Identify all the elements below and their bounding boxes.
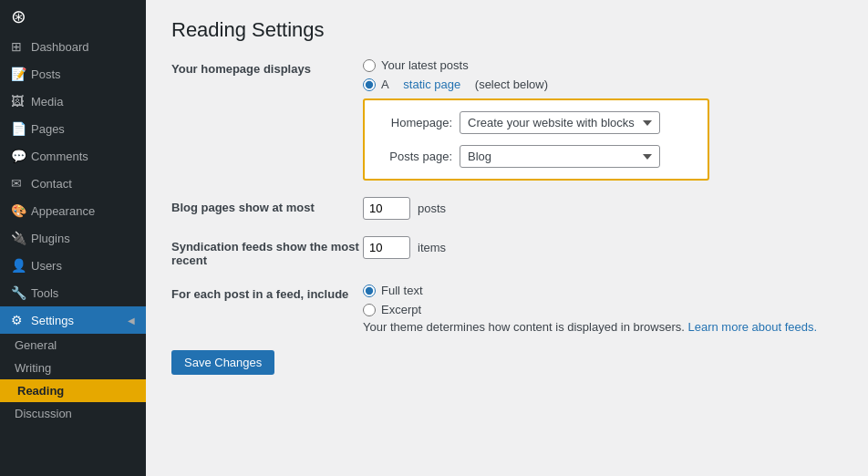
radio-latest-label: Your latest posts xyxy=(381,58,469,72)
radio-excerpt[interactable]: Excerpt xyxy=(363,303,842,316)
sidebar-label-appearance: Appearance xyxy=(31,204,95,218)
sidebar-label-tools: Tools xyxy=(31,286,58,300)
sidebar-item-writing[interactable]: Writing xyxy=(0,357,146,379)
sidebar-sublabel-discussion: Discussion xyxy=(15,407,72,420)
feed-info-content: Your theme determines how content is dis… xyxy=(363,320,685,334)
users-icon: 👤 xyxy=(11,258,26,273)
sidebar-item-media[interactable]: 🖼Media xyxy=(0,88,146,115)
blog-pages-label: Blog pages show at most xyxy=(171,197,363,214)
settings-icon: ⚙ xyxy=(11,313,26,327)
feed-label: For each post in a feed, include xyxy=(171,284,363,301)
radio-excerpt-input[interactable] xyxy=(363,304,376,316)
sidebar-sublabel-reading: Reading xyxy=(17,384,64,398)
homepage-select-label: Homepage: xyxy=(379,116,452,129)
sidebar-item-pages[interactable]: 📄Pages xyxy=(0,115,146,142)
homepage-displays-label: Your homepage displays xyxy=(171,58,363,76)
radio-static-input[interactable] xyxy=(363,78,376,91)
pages-icon: 📄 xyxy=(11,121,26,136)
static-page-box: Homepage: Create your website with block… xyxy=(363,98,709,181)
save-button[interactable]: Save Changes xyxy=(171,350,274,375)
blog-pages-input-row: posts xyxy=(363,197,842,220)
tools-icon: 🔧 xyxy=(11,285,26,300)
dashboard-icon: ⊞ xyxy=(11,39,26,54)
sidebar-item-comments[interactable]: 💬Comments xyxy=(0,142,146,170)
appearance-icon: 🎨 xyxy=(11,203,26,218)
feed-row: For each post in a feed, include Full te… xyxy=(171,284,842,334)
blog-pages-row: Blog pages show at most posts xyxy=(171,197,842,220)
sidebar-sublabel-general: General xyxy=(15,338,57,352)
homepage-displays-row: Your homepage displays Your latest posts… xyxy=(171,58,842,181)
syndication-input-row: items xyxy=(363,236,842,259)
posts-page-select-label: Posts page: xyxy=(379,150,452,163)
posts-icon: 📝 xyxy=(11,67,26,81)
sidebar-item-general[interactable]: General xyxy=(0,334,146,357)
sidebar-label-posts: Posts xyxy=(31,67,61,81)
sidebar-label-dashboard: Dashboard xyxy=(31,40,89,54)
blog-pages-input[interactable] xyxy=(363,197,410,220)
submit-row: Save Changes xyxy=(171,350,842,375)
contact-icon: ✉ xyxy=(11,176,26,191)
radio-latest-input[interactable] xyxy=(363,59,376,72)
syndication-label: Syndication feeds show the most recent xyxy=(171,236,363,267)
sidebar-nav: ⊞Dashboard📝Posts🖼Media📄Pages💬Comments✉Co… xyxy=(0,33,146,425)
homepage-select-row: Homepage: Create your website with block… xyxy=(379,111,693,134)
radio-static-page[interactable]: A static page (select below) xyxy=(363,78,842,91)
radio-static-prefix: A xyxy=(381,78,389,91)
homepage-select[interactable]: Create your website with blocksHomeAbout xyxy=(460,111,660,134)
sidebar-item-plugins[interactable]: 🔌Plugins xyxy=(0,224,146,252)
homepage-displays-control: Your latest posts A static page (select … xyxy=(363,58,842,181)
radio-latest-posts[interactable]: Your latest posts xyxy=(363,58,842,72)
syndication-suffix: items xyxy=(418,241,446,254)
sidebar-item-reading[interactable]: Reading xyxy=(0,379,146,402)
settings-arrow: ◀ xyxy=(128,316,135,326)
sidebar: ⊛ ⊞Dashboard📝Posts🖼Media📄Pages💬Comments✉… xyxy=(0,0,146,476)
sidebar-label-pages: Pages xyxy=(31,122,65,136)
wp-logo-icon: ⊛ xyxy=(11,5,26,27)
feed-info-link[interactable]: Learn more about feeds. xyxy=(688,320,818,334)
syndication-row: Syndication feeds show the most recent i… xyxy=(171,236,842,267)
feed-radio-group: Full text Excerpt xyxy=(363,284,842,316)
sidebar-brand: ⊛ xyxy=(0,0,146,33)
page-title: Reading Settings xyxy=(171,18,842,42)
feed-control: Full text Excerpt Your theme determines … xyxy=(363,284,842,334)
homepage-radio-group: Your latest posts A static page (select … xyxy=(363,58,842,91)
sidebar-label-users: Users xyxy=(31,259,62,273)
sidebar-label-contact: Contact xyxy=(31,177,72,191)
sidebar-item-dashboard[interactable]: ⊞Dashboard xyxy=(0,33,146,60)
sidebar-item-appearance[interactable]: 🎨Appearance xyxy=(0,197,146,224)
sidebar-label-media: Media xyxy=(31,95,63,109)
sidebar-sublabel-writing: Writing xyxy=(15,361,51,375)
feed-info-text: Your theme determines how content is dis… xyxy=(363,320,842,334)
sidebar-item-contact[interactable]: ✉Contact xyxy=(0,170,146,197)
media-icon: 🖼 xyxy=(11,94,26,109)
radio-static-suffix: (select below) xyxy=(475,78,548,91)
blog-pages-control: posts xyxy=(363,197,842,220)
radio-full-text[interactable]: Full text xyxy=(363,284,842,297)
static-page-link[interactable]: static page xyxy=(403,78,460,91)
sidebar-item-users[interactable]: 👤Users xyxy=(0,252,146,279)
radio-excerpt-label: Excerpt xyxy=(381,303,421,316)
sidebar-item-posts[interactable]: 📝Posts xyxy=(0,60,146,88)
sidebar-item-settings[interactable]: ⚙Settings◀ xyxy=(0,306,146,334)
radio-full-label: Full text xyxy=(381,284,423,297)
syndication-control: items xyxy=(363,236,842,259)
main-content: Reading Settings Your homepage displays … xyxy=(146,0,868,476)
comments-icon: 💬 xyxy=(11,149,26,163)
sidebar-label-plugins: Plugins xyxy=(31,232,70,245)
sidebar-label-comments: Comments xyxy=(31,150,88,163)
sidebar-item-tools[interactable]: 🔧Tools xyxy=(0,279,146,306)
blog-pages-suffix: posts xyxy=(418,202,446,215)
sidebar-label-settings: Settings xyxy=(31,314,74,327)
radio-full-input[interactable] xyxy=(363,285,376,297)
posts-page-select[interactable]: BlogNews xyxy=(460,145,660,168)
syndication-input[interactable] xyxy=(363,236,410,259)
plugins-icon: 🔌 xyxy=(11,231,26,245)
posts-page-select-row: Posts page: BlogNews xyxy=(379,145,693,168)
sidebar-item-discussion[interactable]: Discussion xyxy=(0,402,146,425)
